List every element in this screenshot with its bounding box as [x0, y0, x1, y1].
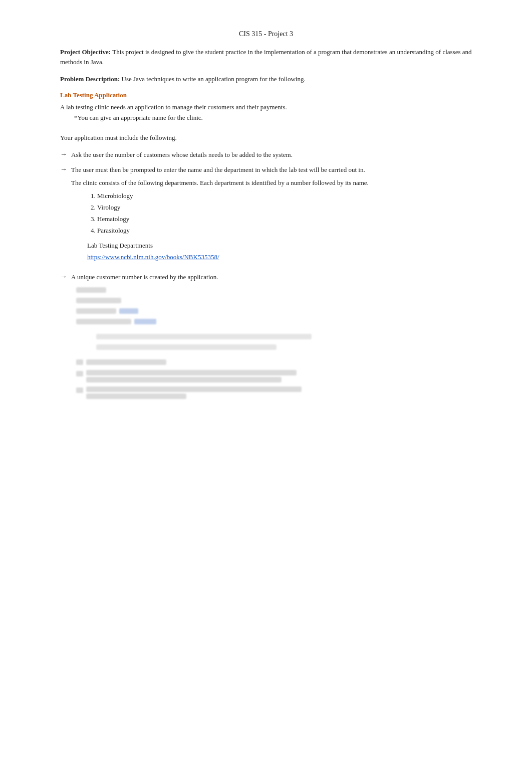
lab-testing-label: Lab Testing Departments — [87, 241, 472, 251]
objective-paragraph: Project Objective: This project is desig… — [60, 47, 472, 67]
bullet2-content: The user must then be prompted to enter … — [71, 165, 472, 267]
bullet3-content: A unique customer number is created by t… — [71, 272, 472, 282]
blurred-num-item-2 — [76, 370, 472, 384]
bullet-item-2: → The user must then be prompted to ente… — [60, 165, 472, 267]
blurred-num-item-3 — [76, 386, 472, 402]
bullet3-text: A unique customer number is created by t… — [71, 273, 218, 281]
dept-item-2: Virology — [97, 203, 472, 213]
dept-item-1: Microbiology — [97, 191, 472, 202]
blurred-row-1 — [76, 287, 472, 295]
section-intro: A lab testing clinic needs an applicatio… — [60, 102, 472, 125]
blurred-indented-row-1 — [96, 334, 472, 342]
bullet1-content: Ask the user the number of customers who… — [71, 150, 472, 160]
bullet1-text: Ask the user the number of customers who… — [71, 151, 293, 158]
blurred-block-1 — [76, 287, 472, 327]
blurred-indented-block — [96, 334, 472, 352]
problem-text: Use Java techniques to write an applicat… — [122, 75, 306, 83]
section-heading: Lab Testing Application — [60, 91, 472, 99]
blurred-num-item-1 — [76, 359, 472, 367]
dept-item-3: Hematology — [97, 214, 472, 225]
objective-label: Project Objective: — [60, 48, 111, 56]
lab-testing-block: Lab Testing Departments https://www.ncbi… — [87, 241, 472, 262]
bullet-item-3: → A unique customer number is created by… — [60, 272, 472, 282]
blurred-content-block — [76, 287, 472, 402]
bullet2-text-part1: The user must then be prompted to enter … — [71, 165, 472, 175]
blurred-row-4 — [76, 319, 472, 327]
blurred-numbered-list — [76, 359, 472, 402]
blurred-row-2 — [76, 298, 472, 306]
objective-text: This project is designed to give the stu… — [60, 48, 472, 66]
page-title: CIS 315 - Project 3 — [60, 30, 472, 38]
section-intro-text: A lab testing clinic needs an applicatio… — [60, 103, 287, 111]
lab-testing-link[interactable]: https://www.ncbi.nlm.nih.gov/books/NBK53… — [87, 253, 219, 261]
blurred-num-item-3-lines — [86, 386, 472, 402]
dept-intro: The clinic consists of the following dep… — [71, 178, 472, 188]
page: CIS 315 - Project 3 Project Objective: T… — [0, 0, 532, 780]
dept-item-4: Parasitology — [97, 226, 472, 236]
problem-label: Problem Description: — [60, 75, 120, 83]
problem-paragraph: Problem Description: Use Java techniques… — [60, 74, 472, 84]
blurred-indented-row-2 — [96, 344, 472, 352]
section-note: *You can give an appropriate name for th… — [74, 113, 203, 123]
arrow-icon-3: → — [60, 273, 67, 281]
arrow-icon-2: → — [60, 165, 67, 173]
must-include-text: Your application must include the follow… — [60, 133, 472, 143]
blurred-row-3 — [76, 308, 472, 316]
blurred-num-item-2-lines — [86, 370, 472, 384]
departments-list: Microbiology Virology Hematology Parasit… — [97, 191, 472, 236]
arrow-icon-1: → — [60, 150, 67, 158]
bullet-item-1: → Ask the user the number of customers w… — [60, 150, 472, 160]
